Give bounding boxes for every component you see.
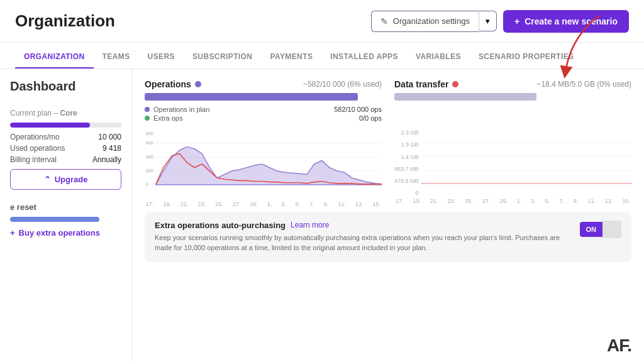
stat-ops-value: 10 000 xyxy=(98,133,121,141)
dt-chart-x-labels: 17.19.21.23.25.27.29.1.3.5.7.9.11.13.15. xyxy=(394,198,631,204)
plan-section: Current plan – Core Operations/mo 10 000… xyxy=(0,102,131,196)
ops-progress-fill xyxy=(10,123,90,128)
dt-y-axis: 2.3 GB 1.9 GB 1.4 GB 953.7 MB 476.8 MB 0 xyxy=(394,129,421,198)
svg-text:0: 0 xyxy=(146,182,148,187)
buy-ops-label: Buy extra operations xyxy=(19,228,100,238)
create-scenario-button[interactable]: + Create a new scenario xyxy=(503,10,629,33)
stat-interval-label: Billing interval xyxy=(10,155,57,164)
ops-legend-value-1: 0/0 ops xyxy=(359,114,382,122)
tab-organization[interactable]: ORGANIZATION xyxy=(15,46,94,69)
chevron-down-icon: ▾ xyxy=(486,16,490,26)
upgrade-label: Upgrade xyxy=(55,175,88,184)
reset-progress-bar xyxy=(10,217,99,222)
dt-chart-svg xyxy=(421,129,631,198)
tab-teams[interactable]: TEAMS xyxy=(94,46,139,69)
dashboard-title: Dashboard xyxy=(0,79,131,102)
ops-legend-0: Operations in plan 582/10 000 ops xyxy=(145,106,382,113)
dt-metric-header: Data transfer ~18.4 MB/5.0 GB (0% used) xyxy=(394,79,631,89)
ops-legend-label-1: Extra ops xyxy=(153,114,355,122)
buy-ops-button[interactable]: + Buy extra operations xyxy=(10,228,100,238)
edit-icon: ✎ xyxy=(380,16,388,26)
dt-metric-title: Data transfer xyxy=(394,79,448,89)
page-title: Organization xyxy=(15,11,115,31)
ops-metric-dot xyxy=(195,81,201,87)
auto-purchase-banner: Extra operations auto-purchasing Learn m… xyxy=(145,212,631,262)
dt-metric-dot xyxy=(452,81,458,87)
ops-usage: ~582/10 000 (6% used) xyxy=(303,80,382,89)
sidebar: Dashboard Current plan – Core Operations… xyxy=(0,69,132,362)
ops-legend-dot-0 xyxy=(145,107,150,112)
ops-chart-svg: 0 200 400 600 800 xyxy=(145,129,382,199)
ops-progress-bar xyxy=(10,123,121,128)
upgrade-button[interactable]: ⌃ Upgrade xyxy=(10,169,121,190)
toggle-off-area[interactable] xyxy=(602,221,621,238)
dt-chart: 2.3 GB 1.9 GB 1.4 GB 953.7 MB 476.8 MB 0 xyxy=(394,129,631,198)
org-settings-button[interactable]: ✎ Organization settings xyxy=(371,11,479,32)
dt-progress-bar-wide xyxy=(394,93,536,101)
toggle-on-label[interactable]: ON xyxy=(580,222,603,237)
stat-ops-label: Operations/mo xyxy=(10,133,60,141)
main-dashboard-content: Operations ~582/10 000 (6% used) Operati… xyxy=(132,69,644,362)
chevron-up-icon: ⌃ xyxy=(44,175,51,184)
ops-progress-bar-wide xyxy=(145,93,358,101)
tab-users[interactable]: USERS xyxy=(139,46,184,69)
ops-legend-1: Extra ops 0/0 ops xyxy=(145,114,382,122)
reset-title: e reset xyxy=(10,202,121,212)
ops-legend-value-0: 582/10 000 ops xyxy=(334,106,382,113)
reset-section: e reset + Buy extra operations xyxy=(0,196,131,244)
org-settings-dropdown-button[interactable]: ▾ xyxy=(479,11,497,31)
stat-used-label: Used operations xyxy=(10,144,65,153)
plus-icon: + xyxy=(10,228,15,238)
org-settings-label: Organization settings xyxy=(393,16,470,26)
header-actions: ✎ Organization settings ▾ + Create a new… xyxy=(371,10,629,33)
learn-more-link[interactable]: Learn more xyxy=(291,221,329,229)
data-transfer-metric: Data transfer ~18.4 MB/5.0 GB (0% used) xyxy=(394,79,631,123)
ops-metric-header: Operations ~582/10 000 (6% used) xyxy=(145,79,382,89)
dt-chart-wrapper: 2.3 GB 1.9 GB 1.4 GB 953.7 MB 476.8 MB 0 xyxy=(394,129,631,204)
page-wrapper: Organization ✎ Organization settings ▾ +… xyxy=(0,0,644,362)
af-logo: AF. xyxy=(607,336,631,356)
stat-interval: Billing interval Annually xyxy=(10,155,121,164)
create-scenario-label: Create a new scenario xyxy=(525,16,618,26)
dt-usage: ~18.4 MB/5.0 GB (0% used) xyxy=(537,80,631,89)
tab-subscription[interactable]: SUBSCRIPTION xyxy=(184,46,261,69)
ops-metric-title: Operations xyxy=(145,79,191,89)
tab-scenario-properties[interactable]: SCENARIO PROPERTIES xyxy=(470,46,583,69)
svg-text:400: 400 xyxy=(146,154,153,160)
svg-text:200: 200 xyxy=(146,168,153,173)
dt-chart-inner xyxy=(421,129,631,198)
ops-legend-label-0: Operations in plan xyxy=(153,106,330,113)
ops-legend-dot-1 xyxy=(145,116,150,121)
tab-installed-apps[interactable]: INSTALLED APPS xyxy=(321,46,407,69)
auto-purchase-desc: Keep your scenarios running smoothly by … xyxy=(155,233,570,253)
svg-text:800: 800 xyxy=(146,130,153,136)
auto-purchase-text: Extra operations auto-purchasing Learn m… xyxy=(155,221,570,253)
charts-container: 0 200 400 600 800 17.19.21.23.25.27.29.1… xyxy=(145,129,631,204)
nav-tabs: ORGANIZATION TEAMS USERS SUBSCRIPTION PA… xyxy=(0,43,644,69)
header: Organization ✎ Organization settings ▾ +… xyxy=(0,0,644,43)
main-content: Dashboard Current plan – Core Operations… xyxy=(0,69,644,362)
plan-label: Current plan – Core xyxy=(10,109,121,118)
ops-chart: 0 200 400 600 800 17.19.21.23.25.27.29.1… xyxy=(145,129,382,199)
tab-payments[interactable]: PAYMENTS xyxy=(261,46,321,69)
stat-used: Used operations 9 418 xyxy=(10,144,121,153)
tab-variables[interactable]: VARIABLES xyxy=(407,46,470,69)
stat-ops: Operations/mo 10 000 xyxy=(10,133,121,141)
auto-purchase-title: Extra operations auto-purchasing Learn m… xyxy=(155,221,570,230)
svg-text:600: 600 xyxy=(146,140,153,146)
toggle-container[interactable]: ON xyxy=(580,221,622,238)
operations-metric: Operations ~582/10 000 (6% used) Operati… xyxy=(145,79,382,123)
stat-interval-value: Annually xyxy=(92,155,121,164)
plan-name: Core xyxy=(60,109,77,118)
ops-chart-x-labels: 17.19.21.23.25.27.29.1.3.5.7.9.11.13.15. xyxy=(145,201,382,207)
plus-icon: + xyxy=(514,16,519,26)
metrics-row: Operations ~582/10 000 (6% used) Operati… xyxy=(145,79,631,123)
stat-used-value: 9 418 xyxy=(103,144,121,153)
